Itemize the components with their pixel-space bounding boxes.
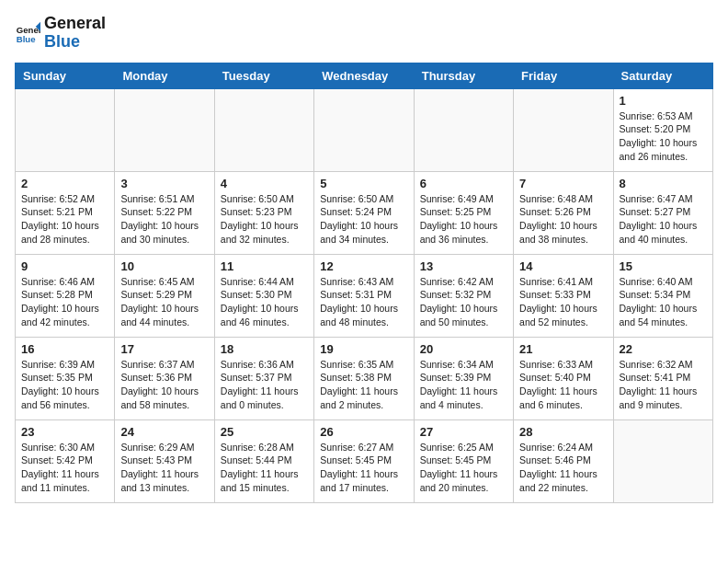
day-number: 1 [620, 94, 707, 108]
day-number: 22 [620, 342, 707, 356]
calendar-day-cell: 3Sunrise: 6:51 AM Sunset: 5:22 PM Daylig… [115, 171, 214, 254]
day-number: 16 [21, 342, 108, 356]
day-info: Sunrise: 6:50 AM Sunset: 5:23 PM Dayligh… [221, 192, 308, 247]
calendar-day-cell: 9Sunrise: 6:46 AM Sunset: 5:28 PM Daylig… [16, 254, 115, 337]
day-number: 5 [320, 177, 407, 190]
day-info: Sunrise: 6:29 AM Sunset: 5:43 PM Dayligh… [120, 441, 208, 495]
day-info: Sunrise: 6:37 AM Sunset: 5:36 PM Dayligh… [120, 358, 208, 412]
day-number: 12 [320, 259, 407, 273]
day-info: Sunrise: 6:46 AM Sunset: 5:28 PM Dayligh… [21, 275, 108, 329]
calendar-day-cell [314, 88, 414, 171]
calendar-day-cell: 12Sunrise: 6:43 AM Sunset: 5:31 PM Dayli… [314, 254, 414, 337]
day-number: 17 [120, 342, 208, 356]
calendar-day-cell: 15Sunrise: 6:40 AM Sunset: 5:34 PM Dayli… [613, 254, 712, 337]
calendar-day-cell [115, 88, 214, 171]
day-info: Sunrise: 6:40 AM Sunset: 5:34 PM Dayligh… [620, 275, 707, 329]
calendar-day-cell [514, 88, 613, 171]
day-info: Sunrise: 6:24 AM Sunset: 5:46 PM Dayligh… [519, 441, 607, 495]
day-number: 6 [420, 177, 507, 190]
day-number: 4 [221, 177, 308, 190]
day-number: 26 [320, 425, 407, 439]
calendar-day-cell: 1Sunrise: 6:53 AM Sunset: 5:20 PM Daylig… [613, 88, 712, 171]
calendar-day-cell: 17Sunrise: 6:37 AM Sunset: 5:36 PM Dayli… [115, 337, 214, 419]
day-number: 10 [120, 259, 208, 273]
calendar-table: SundayMondayTuesdayWednesdayThursdayFrid… [15, 63, 713, 503]
day-number: 13 [420, 259, 507, 273]
day-info: Sunrise: 6:33 AM Sunset: 5:40 PM Dayligh… [519, 358, 607, 412]
day-number: 11 [221, 259, 308, 273]
logo: General Blue General Blue [15, 15, 106, 52]
weekday-header: Tuesday [214, 63, 313, 88]
day-info: Sunrise: 6:44 AM Sunset: 5:30 PM Dayligh… [221, 275, 308, 329]
day-number: 28 [519, 425, 607, 439]
calendar-day-cell: 18Sunrise: 6:36 AM Sunset: 5:37 PM Dayli… [214, 337, 313, 419]
day-info: Sunrise: 6:42 AM Sunset: 5:32 PM Dayligh… [420, 275, 507, 329]
calendar-day-cell: 22Sunrise: 6:32 AM Sunset: 5:41 PM Dayli… [613, 337, 712, 419]
day-info: Sunrise: 6:36 AM Sunset: 5:37 PM Dayligh… [221, 358, 308, 412]
calendar-day-cell: 23Sunrise: 6:30 AM Sunset: 5:42 PM Dayli… [16, 419, 115, 502]
day-info: Sunrise: 6:43 AM Sunset: 5:31 PM Dayligh… [320, 275, 407, 329]
calendar-day-cell: 2Sunrise: 6:52 AM Sunset: 5:21 PM Daylig… [16, 171, 115, 254]
weekday-header: Friday [514, 63, 613, 88]
calendar-day-cell: 28Sunrise: 6:24 AM Sunset: 5:46 PM Dayli… [514, 419, 613, 502]
weekday-header: Saturday [613, 63, 712, 88]
calendar-day-cell: 10Sunrise: 6:45 AM Sunset: 5:29 PM Dayli… [115, 254, 214, 337]
day-info: Sunrise: 6:39 AM Sunset: 5:35 PM Dayligh… [21, 358, 108, 412]
day-info: Sunrise: 6:49 AM Sunset: 5:25 PM Dayligh… [420, 192, 507, 247]
calendar-day-cell: 19Sunrise: 6:35 AM Sunset: 5:38 PM Dayli… [314, 337, 414, 419]
day-number: 9 [21, 259, 108, 273]
weekday-header: Wednesday [314, 63, 414, 88]
calendar-day-cell [613, 419, 712, 502]
calendar-day-cell: 14Sunrise: 6:41 AM Sunset: 5:33 PM Dayli… [514, 254, 613, 337]
day-info: Sunrise: 6:47 AM Sunset: 5:27 PM Dayligh… [620, 192, 707, 247]
day-number: 3 [120, 177, 208, 190]
day-number: 21 [519, 342, 607, 356]
day-number: 15 [620, 259, 707, 273]
page-header: General Blue General Blue [15, 15, 713, 52]
calendar-day-cell: 6Sunrise: 6:49 AM Sunset: 5:25 PM Daylig… [414, 171, 513, 254]
calendar-week-row: 1Sunrise: 6:53 AM Sunset: 5:20 PM Daylig… [16, 88, 713, 171]
calendar-day-cell [16, 88, 115, 171]
day-info: Sunrise: 6:28 AM Sunset: 5:44 PM Dayligh… [221, 441, 308, 495]
day-info: Sunrise: 6:52 AM Sunset: 5:21 PM Dayligh… [21, 192, 108, 247]
day-info: Sunrise: 6:45 AM Sunset: 5:29 PM Dayligh… [120, 275, 208, 329]
calendar-day-cell: 7Sunrise: 6:48 AM Sunset: 5:26 PM Daylig… [514, 171, 613, 254]
weekday-header: Thursday [414, 63, 513, 88]
day-number: 19 [320, 342, 407, 356]
calendar-day-cell [214, 88, 313, 171]
calendar-day-cell: 8Sunrise: 6:47 AM Sunset: 5:27 PM Daylig… [613, 171, 712, 254]
day-number: 24 [120, 425, 208, 439]
calendar-day-cell: 5Sunrise: 6:50 AM Sunset: 5:24 PM Daylig… [314, 171, 414, 254]
calendar-day-cell: 26Sunrise: 6:27 AM Sunset: 5:45 PM Dayli… [314, 419, 414, 502]
day-info: Sunrise: 6:51 AM Sunset: 5:22 PM Dayligh… [120, 192, 208, 247]
day-number: 2 [21, 177, 108, 190]
calendar-day-cell: 20Sunrise: 6:34 AM Sunset: 5:39 PM Dayli… [414, 337, 513, 419]
day-number: 27 [420, 425, 507, 439]
calendar-day-cell: 25Sunrise: 6:28 AM Sunset: 5:44 PM Dayli… [214, 419, 313, 502]
calendar-week-row: 2Sunrise: 6:52 AM Sunset: 5:21 PM Daylig… [16, 171, 713, 254]
day-number: 20 [420, 342, 507, 356]
svg-text:Blue: Blue [17, 33, 36, 43]
day-number: 18 [221, 342, 308, 356]
calendar-day-cell: 13Sunrise: 6:42 AM Sunset: 5:32 PM Dayli… [414, 254, 513, 337]
day-number: 23 [21, 425, 108, 439]
day-info: Sunrise: 6:30 AM Sunset: 5:42 PM Dayligh… [21, 441, 108, 495]
calendar-day-cell: 24Sunrise: 6:29 AM Sunset: 5:43 PM Dayli… [115, 419, 214, 502]
day-number: 25 [221, 425, 308, 439]
day-info: Sunrise: 6:32 AM Sunset: 5:41 PM Dayligh… [620, 358, 707, 412]
calendar-week-row: 23Sunrise: 6:30 AM Sunset: 5:42 PM Dayli… [16, 419, 713, 502]
calendar-day-cell [414, 88, 513, 171]
day-number: 14 [519, 259, 607, 273]
calendar-day-cell: 4Sunrise: 6:50 AM Sunset: 5:23 PM Daylig… [214, 171, 313, 254]
calendar-day-cell: 16Sunrise: 6:39 AM Sunset: 5:35 PM Dayli… [16, 337, 115, 419]
day-info: Sunrise: 6:48 AM Sunset: 5:26 PM Dayligh… [519, 192, 607, 247]
day-info: Sunrise: 6:53 AM Sunset: 5:20 PM Dayligh… [620, 109, 707, 164]
day-info: Sunrise: 6:50 AM Sunset: 5:24 PM Dayligh… [320, 192, 407, 247]
day-info: Sunrise: 6:34 AM Sunset: 5:39 PM Dayligh… [420, 358, 507, 412]
day-info: Sunrise: 6:25 AM Sunset: 5:45 PM Dayligh… [420, 441, 507, 495]
calendar-week-row: 9Sunrise: 6:46 AM Sunset: 5:28 PM Daylig… [16, 254, 713, 337]
weekday-header: Monday [115, 63, 214, 88]
weekday-header: Sunday [16, 63, 115, 88]
calendar-day-cell: 21Sunrise: 6:33 AM Sunset: 5:40 PM Dayli… [514, 337, 613, 419]
day-info: Sunrise: 6:41 AM Sunset: 5:33 PM Dayligh… [519, 275, 607, 329]
